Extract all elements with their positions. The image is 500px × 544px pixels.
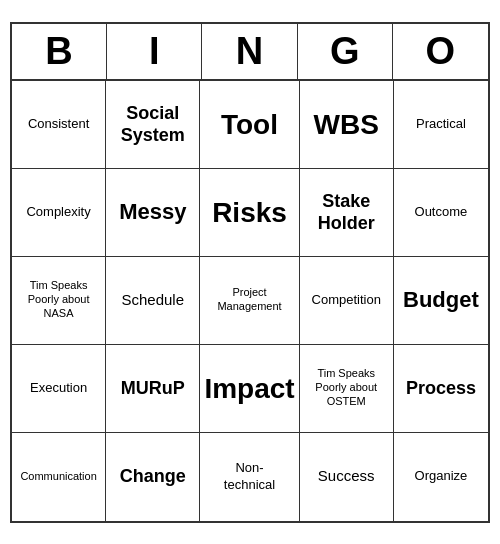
bingo-cell[interactable]: Success: [300, 433, 394, 521]
bingo-cell[interactable]: Tool: [200, 81, 299, 169]
cell-text: Complexity: [26, 204, 90, 220]
cell-text: Social System: [121, 102, 185, 147]
bingo-cell[interactable]: Complexity: [12, 169, 106, 257]
bingo-cell[interactable]: Project Management: [200, 257, 299, 345]
cell-text: Execution: [30, 380, 87, 396]
cell-text: WBS: [314, 107, 379, 142]
cell-text: Competition: [312, 292, 381, 308]
bingo-cell[interactable]: Non- technical: [200, 433, 299, 521]
bingo-cell[interactable]: Tim Speaks Poorly about OSTEM: [300, 345, 394, 433]
bingo-cell[interactable]: Budget: [394, 257, 488, 345]
bingo-cell[interactable]: Risks: [200, 169, 299, 257]
cell-text: Process: [406, 377, 476, 400]
cell-text: Tim Speaks Poorly about NASA: [28, 279, 90, 320]
bingo-cell[interactable]: Schedule: [106, 257, 200, 345]
cell-text: Project Management: [217, 286, 281, 314]
cell-text: Success: [318, 467, 375, 486]
bingo-cell[interactable]: WBS: [300, 81, 394, 169]
cell-text: Risks: [212, 195, 287, 230]
cell-text: Practical: [416, 116, 466, 132]
bingo-cell[interactable]: Impact: [200, 345, 299, 433]
cell-text: Organize: [415, 468, 468, 484]
bingo-cell[interactable]: Communication: [12, 433, 106, 521]
cell-text: Stake Holder: [318, 190, 375, 235]
cell-text: Tim Speaks Poorly about OSTEM: [315, 367, 377, 408]
bingo-cell[interactable]: Process: [394, 345, 488, 433]
bingo-cell[interactable]: Execution: [12, 345, 106, 433]
bingo-cell[interactable]: Social System: [106, 81, 200, 169]
bingo-cell[interactable]: Consistent: [12, 81, 106, 169]
cell-text: Messy: [119, 198, 186, 226]
header-letter: B: [12, 24, 107, 79]
header-letter: G: [298, 24, 393, 79]
cell-text: MURuP: [121, 377, 185, 400]
bingo-cell[interactable]: Stake Holder: [300, 169, 394, 257]
cell-text: Tool: [221, 107, 278, 142]
cell-text: Change: [120, 465, 186, 488]
bingo-header: BINGO: [12, 24, 488, 81]
cell-text: Consistent: [28, 116, 89, 132]
header-letter: I: [107, 24, 202, 79]
header-letter: N: [202, 24, 297, 79]
cell-text: Outcome: [415, 204, 468, 220]
bingo-cell[interactable]: Messy: [106, 169, 200, 257]
bingo-cell[interactable]: Competition: [300, 257, 394, 345]
cell-text: Communication: [20, 470, 96, 484]
cell-text: Non- technical: [224, 460, 275, 493]
bingo-cell[interactable]: MURuP: [106, 345, 200, 433]
bingo-card: BINGO ConsistentSocial SystemToolWBSPrac…: [10, 22, 490, 523]
bingo-cell[interactable]: Outcome: [394, 169, 488, 257]
cell-text: Impact: [204, 371, 294, 406]
header-letter: O: [393, 24, 488, 79]
bingo-cell[interactable]: Practical: [394, 81, 488, 169]
bingo-grid: ConsistentSocial SystemToolWBSPracticalC…: [12, 81, 488, 521]
cell-text: Budget: [403, 286, 479, 314]
bingo-cell[interactable]: Change: [106, 433, 200, 521]
bingo-cell[interactable]: Organize: [394, 433, 488, 521]
cell-text: Schedule: [122, 291, 185, 310]
bingo-cell[interactable]: Tim Speaks Poorly about NASA: [12, 257, 106, 345]
